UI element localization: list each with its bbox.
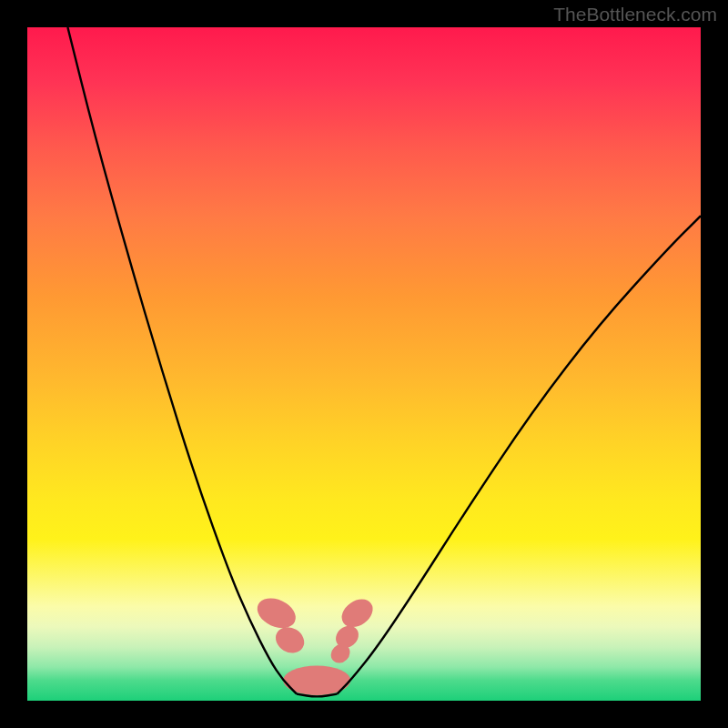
chart-container: TheBottleneck.com <box>0 0 728 728</box>
chart-svg <box>27 27 701 701</box>
marker-layer <box>252 592 378 695</box>
plot-area <box>27 27 701 701</box>
left-upper-blob <box>252 592 300 634</box>
curve-layer <box>67 27 701 696</box>
left-lower-blob <box>271 622 309 658</box>
right-ascending-curve <box>337 216 701 693</box>
right-upper-blob <box>337 593 379 632</box>
watermark-text: TheBottleneck.com <box>553 4 717 25</box>
left-descending-curve <box>67 27 297 694</box>
